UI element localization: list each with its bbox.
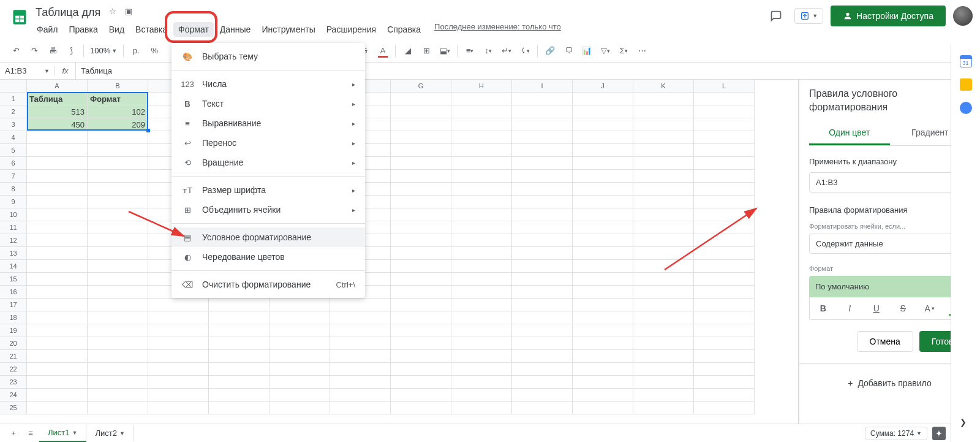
cell[interactable] xyxy=(27,286,88,299)
row-header[interactable]: 14 xyxy=(0,260,27,273)
cell[interactable] xyxy=(573,234,633,247)
cell[interactable] xyxy=(694,273,755,286)
cell[interactable] xyxy=(694,363,755,376)
borders-button[interactable]: ⊞ xyxy=(418,42,435,59)
cell[interactable] xyxy=(451,350,512,363)
cell[interactable] xyxy=(633,196,694,208)
cell[interactable] xyxy=(633,260,694,273)
menu-вид[interactable]: Вид xyxy=(104,22,129,37)
cell[interactable] xyxy=(27,311,88,324)
cell[interactable] xyxy=(391,337,451,350)
cell[interactable] xyxy=(148,311,209,324)
cell[interactable] xyxy=(88,196,148,208)
currency-button[interactable]: р. xyxy=(127,42,145,59)
cell[interactable] xyxy=(694,221,755,234)
cell[interactable] xyxy=(633,144,694,157)
more-button[interactable]: ⋯ xyxy=(633,42,650,59)
cell[interactable] xyxy=(694,183,755,196)
cell[interactable] xyxy=(27,376,88,389)
cell[interactable] xyxy=(270,299,330,311)
row-header[interactable]: 6 xyxy=(0,157,27,170)
cell[interactable] xyxy=(391,144,451,157)
cell[interactable] xyxy=(451,234,512,247)
cell[interactable] xyxy=(209,299,270,311)
cell[interactable] xyxy=(512,324,573,337)
cell[interactable] xyxy=(694,118,755,131)
cell[interactable] xyxy=(391,196,451,208)
calendar-icon[interactable]: 31 xyxy=(960,55,972,67)
cell[interactable] xyxy=(330,350,391,363)
row-header[interactable]: 10 xyxy=(0,208,27,221)
grid-area[interactable]: ABCDEFGHIJKL1ТаблицаФормат25131023450209… xyxy=(0,80,799,424)
cell[interactable] xyxy=(633,118,694,131)
cell[interactable] xyxy=(633,299,694,311)
cell[interactable] xyxy=(512,350,573,363)
move-to-folder-icon[interactable]: ▣ xyxy=(125,7,136,18)
cell[interactable] xyxy=(391,221,451,234)
cell[interactable] xyxy=(694,196,755,208)
cell[interactable] xyxy=(451,196,512,208)
cell[interactable] xyxy=(88,144,148,157)
row-header[interactable]: 15 xyxy=(0,273,27,286)
cell[interactable] xyxy=(573,286,633,299)
menu-item-выравнивание[interactable]: ≡Выравнивание▸ xyxy=(172,113,365,133)
row-header[interactable]: 19 xyxy=(0,324,27,337)
cell[interactable] xyxy=(512,93,573,105)
cell[interactable] xyxy=(27,337,88,350)
name-box[interactable]: A1:B3▼ xyxy=(0,66,55,75)
cell[interactable] xyxy=(209,376,270,389)
cell[interactable] xyxy=(633,131,694,144)
cell[interactable] xyxy=(270,389,330,402)
cell[interactable] xyxy=(512,311,573,324)
cell[interactable] xyxy=(451,260,512,273)
cell[interactable] xyxy=(27,247,88,260)
menu-справка[interactable]: Справка xyxy=(382,22,426,37)
menu-item-очистить-форматирование[interactable]: ⌫Очистить форматированиеCtrl+\ xyxy=(172,275,365,294)
cell[interactable] xyxy=(88,221,148,234)
cell[interactable] xyxy=(694,337,755,350)
menu-item-условное-форматирование[interactable]: ▤Условное форматирование xyxy=(172,227,365,247)
cell[interactable] xyxy=(633,337,694,350)
row-header[interactable]: 25 xyxy=(0,402,27,414)
sum-indicator[interactable]: Сумма: 1274 ▼ xyxy=(865,427,927,440)
sheet-tab-1[interactable]: Лист1 ▼ xyxy=(39,424,86,442)
functions-button[interactable]: Σ ▾ xyxy=(615,42,632,59)
cell[interactable] xyxy=(573,402,633,414)
cell[interactable] xyxy=(27,170,88,183)
cell[interactable] xyxy=(451,337,512,350)
cell[interactable] xyxy=(573,376,633,389)
cell[interactable] xyxy=(209,389,270,402)
cell[interactable] xyxy=(633,311,694,324)
row-header[interactable]: 8 xyxy=(0,183,27,196)
cell[interactable] xyxy=(391,247,451,260)
cell[interactable] xyxy=(148,324,209,337)
cell[interactable]: 450 xyxy=(27,118,88,131)
col-header[interactable]: I xyxy=(512,80,573,93)
cell[interactable] xyxy=(88,247,148,260)
cell[interactable] xyxy=(694,286,755,299)
cell[interactable] xyxy=(330,389,391,402)
cell[interactable] xyxy=(451,376,512,389)
col-header[interactable]: K xyxy=(633,80,694,93)
cell[interactable] xyxy=(694,131,755,144)
italic-button[interactable]: I xyxy=(837,297,864,319)
add-rule-button[interactable]: + Добавить правило xyxy=(809,375,970,392)
menu-item-размер-шрифта[interactable]: ᴛTРазмер шрифта▸ xyxy=(172,180,365,200)
cell[interactable] xyxy=(209,324,270,337)
cell[interactable] xyxy=(88,311,148,324)
cell[interactable] xyxy=(391,299,451,311)
cancel-button[interactable]: Отмена xyxy=(857,331,913,352)
cell[interactable] xyxy=(573,183,633,196)
fill-color-button[interactable]: ◢ xyxy=(399,42,417,59)
cell[interactable] xyxy=(330,363,391,376)
cell[interactable] xyxy=(633,350,694,363)
row-header[interactable]: 11 xyxy=(0,221,27,234)
cell[interactable] xyxy=(391,376,451,389)
cell[interactable] xyxy=(148,363,209,376)
zoom-select[interactable]: 100% ▼ xyxy=(88,46,119,55)
cell[interactable] xyxy=(451,363,512,376)
cell[interactable] xyxy=(27,402,88,414)
cell[interactable] xyxy=(27,363,88,376)
cell[interactable] xyxy=(209,337,270,350)
row-header[interactable]: 4 xyxy=(0,131,27,144)
